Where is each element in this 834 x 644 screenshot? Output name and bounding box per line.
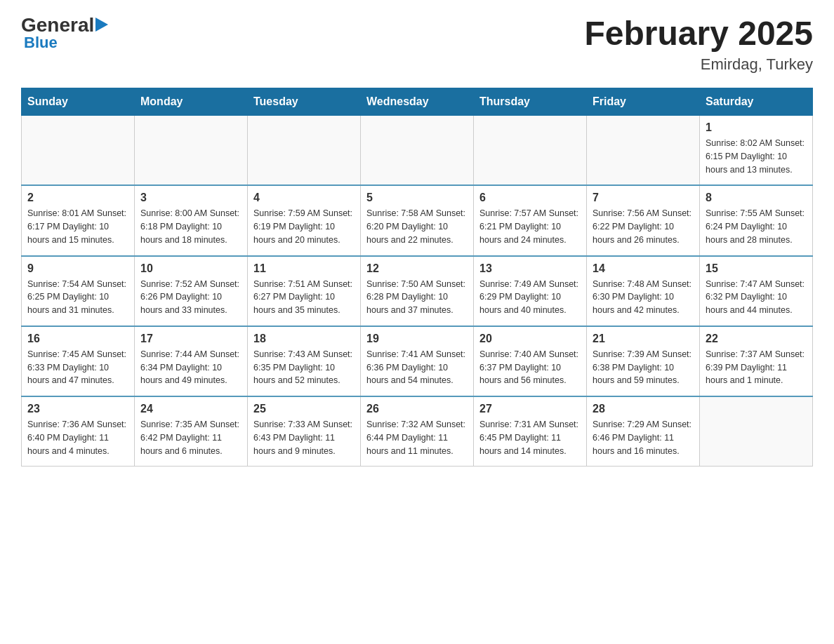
day-info: Sunrise: 7:59 AM Sunset: 6:19 PM Dayligh… [253,207,355,246]
day-info: Sunrise: 7:58 AM Sunset: 6:20 PM Dayligh… [366,207,468,246]
day-cell: 26Sunrise: 7:32 AM Sunset: 6:44 PM Dayli… [361,396,474,467]
day-info: Sunrise: 7:52 AM Sunset: 6:26 PM Dayligh… [140,278,241,317]
day-cell: 22Sunrise: 7:37 AM Sunset: 6:39 PM Dayli… [700,326,813,396]
day-cell: 25Sunrise: 7:33 AM Sunset: 6:43 PM Dayli… [248,396,361,467]
day-number: 8 [706,192,807,204]
day-info: Sunrise: 7:49 AM Sunset: 6:29 PM Dayligh… [479,278,581,317]
day-number: 20 [479,333,581,345]
day-info: Sunrise: 7:33 AM Sunset: 6:43 PM Dayligh… [253,418,355,457]
day-cell: 27Sunrise: 7:31 AM Sunset: 6:45 PM Dayli… [474,396,587,467]
header-row: SundayMondayTuesdayWednesdayThursdayFrid… [22,88,813,116]
day-info: Sunrise: 7:37 AM Sunset: 6:39 PM Dayligh… [706,348,807,387]
day-info: Sunrise: 7:48 AM Sunset: 6:30 PM Dayligh… [593,278,694,317]
day-cell: 6Sunrise: 7:57 AM Sunset: 6:21 PM Daylig… [474,185,587,255]
day-info: Sunrise: 7:40 AM Sunset: 6:37 PM Dayligh… [479,348,581,387]
day-info: Sunrise: 7:51 AM Sunset: 6:27 PM Dayligh… [253,278,355,317]
day-cell: 20Sunrise: 7:40 AM Sunset: 6:37 PM Dayli… [474,326,587,396]
day-info: Sunrise: 7:56 AM Sunset: 6:22 PM Dayligh… [593,207,694,246]
day-cell: 18Sunrise: 7:43 AM Sunset: 6:35 PM Dayli… [248,326,361,396]
day-number: 21 [593,333,694,345]
day-info: Sunrise: 7:47 AM Sunset: 6:32 PM Dayligh… [706,278,807,317]
day-number: 12 [366,262,468,275]
calendar-location: Emirdag, Turkey [584,55,813,74]
day-cell: 2Sunrise: 8:01 AM Sunset: 6:17 PM Daylig… [22,185,135,255]
day-info: Sunrise: 7:41 AM Sunset: 6:36 PM Dayligh… [366,348,468,387]
day-number: 15 [706,262,807,275]
week-row-3: 16Sunrise: 7:45 AM Sunset: 6:33 PM Dayli… [22,326,813,396]
day-cell [587,116,700,186]
day-cell: 21Sunrise: 7:39 AM Sunset: 6:38 PM Dayli… [587,326,700,396]
day-cell: 8Sunrise: 7:55 AM Sunset: 6:24 PM Daylig… [700,185,813,255]
calendar-title: February 2025 [584,14,813,53]
header-wednesday: Wednesday [361,88,474,116]
header-sunday: Sunday [22,88,135,116]
calendar-header: SundayMondayTuesdayWednesdayThursdayFrid… [22,88,813,116]
day-cell: 19Sunrise: 7:41 AM Sunset: 6:36 PM Dayli… [361,326,474,396]
day-info: Sunrise: 7:36 AM Sunset: 6:40 PM Dayligh… [27,418,128,457]
day-number: 27 [479,403,581,415]
day-number: 25 [253,403,355,415]
day-number: 2 [27,192,128,204]
header-monday: Monday [135,88,248,116]
title-block: February 2025 Emirdag, Turkey [584,14,813,74]
day-number: 28 [593,403,694,415]
day-info: Sunrise: 7:39 AM Sunset: 6:38 PM Dayligh… [593,348,694,387]
day-info: Sunrise: 7:32 AM Sunset: 6:44 PM Dayligh… [366,418,468,457]
header-thursday: Thursday [474,88,587,116]
day-number: 17 [140,333,241,345]
day-cell: 23Sunrise: 7:36 AM Sunset: 6:40 PM Dayli… [22,396,135,467]
header-saturday: Saturday [700,88,813,116]
day-info: Sunrise: 8:00 AM Sunset: 6:18 PM Dayligh… [140,207,241,246]
calendar-table: SundayMondayTuesdayWednesdayThursdayFrid… [21,88,813,467]
day-cell: 9Sunrise: 7:54 AM Sunset: 6:25 PM Daylig… [22,256,135,326]
calendar-body: 1Sunrise: 8:02 AM Sunset: 6:15 PM Daylig… [22,116,813,467]
day-number: 23 [27,403,128,415]
day-number: 11 [253,262,355,275]
day-cell: 17Sunrise: 7:44 AM Sunset: 6:34 PM Dayli… [135,326,248,396]
day-cell [22,116,135,186]
day-number: 9 [27,262,128,275]
day-number: 10 [140,262,241,275]
day-info: Sunrise: 7:29 AM Sunset: 6:46 PM Dayligh… [593,418,694,457]
header-tuesday: Tuesday [248,88,361,116]
day-cell: 24Sunrise: 7:35 AM Sunset: 6:42 PM Dayli… [135,396,248,467]
day-number: 16 [27,333,128,345]
day-cell: 16Sunrise: 7:45 AM Sunset: 6:33 PM Dayli… [22,326,135,396]
day-info: Sunrise: 7:35 AM Sunset: 6:42 PM Dayligh… [140,418,241,457]
day-cell: 10Sunrise: 7:52 AM Sunset: 6:26 PM Dayli… [135,256,248,326]
day-info: Sunrise: 7:50 AM Sunset: 6:28 PM Dayligh… [366,278,468,317]
day-info: Sunrise: 7:55 AM Sunset: 6:24 PM Dayligh… [706,207,807,246]
page-header: General Blue February 2025 Emirdag, Turk… [21,14,813,74]
day-number: 13 [479,262,581,275]
day-number: 26 [366,403,468,415]
day-cell: 3Sunrise: 8:00 AM Sunset: 6:18 PM Daylig… [135,185,248,255]
week-row-4: 23Sunrise: 7:36 AM Sunset: 6:40 PM Dayli… [22,396,813,467]
day-number: 22 [706,333,807,345]
week-row-1: 2Sunrise: 8:01 AM Sunset: 6:17 PM Daylig… [22,185,813,255]
day-info: Sunrise: 8:02 AM Sunset: 6:15 PM Dayligh… [706,137,807,176]
logo-blue: Blue [21,34,58,52]
day-cell [248,116,361,186]
day-number: 3 [140,192,241,204]
week-row-2: 9Sunrise: 7:54 AM Sunset: 6:25 PM Daylig… [22,256,813,326]
day-number: 7 [593,192,694,204]
day-cell: 15Sunrise: 7:47 AM Sunset: 6:32 PM Dayli… [700,256,813,326]
day-cell: 11Sunrise: 7:51 AM Sunset: 6:27 PM Dayli… [248,256,361,326]
day-cell: 28Sunrise: 7:29 AM Sunset: 6:46 PM Dayli… [587,396,700,467]
day-cell [361,116,474,186]
day-cell: 7Sunrise: 7:56 AM Sunset: 6:22 PM Daylig… [587,185,700,255]
day-cell: 4Sunrise: 7:59 AM Sunset: 6:19 PM Daylig… [248,185,361,255]
logo: General Blue [21,14,111,52]
day-number: 14 [593,262,694,275]
day-cell: 5Sunrise: 7:58 AM Sunset: 6:20 PM Daylig… [361,185,474,255]
day-cell [474,116,587,186]
day-cell: 13Sunrise: 7:49 AM Sunset: 6:29 PM Dayli… [474,256,587,326]
day-cell: 12Sunrise: 7:50 AM Sunset: 6:28 PM Dayli… [361,256,474,326]
day-info: Sunrise: 8:01 AM Sunset: 6:17 PM Dayligh… [27,207,128,246]
day-number: 4 [253,192,355,204]
day-number: 24 [140,403,241,415]
day-cell [135,116,248,186]
svg-marker-0 [95,18,108,32]
day-info: Sunrise: 7:45 AM Sunset: 6:33 PM Dayligh… [27,348,128,387]
day-number: 19 [366,333,468,345]
